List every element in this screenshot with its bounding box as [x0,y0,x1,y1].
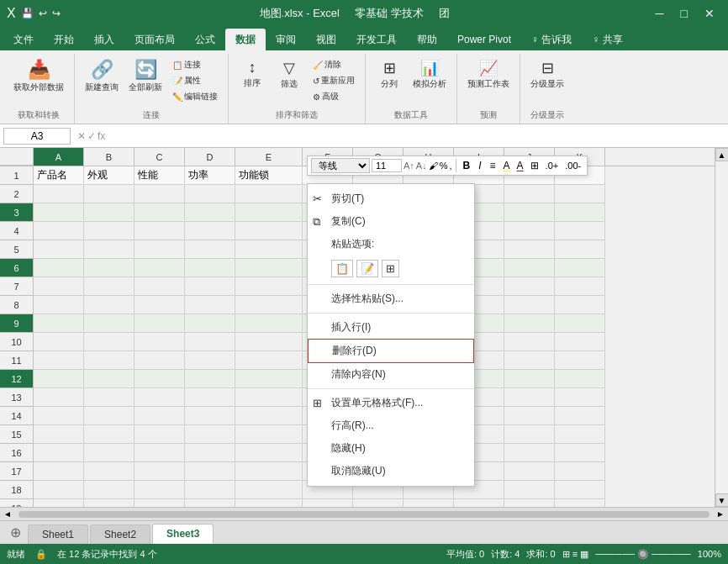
font-selector[interactable]: 等线 [311,158,370,173]
col-header-b[interactable]: B [84,148,135,166]
cell-r19-c5[interactable] [303,499,353,507]
cell-r2-c0[interactable] [34,185,84,203]
col-header-e[interactable]: E [235,148,303,166]
cell-r14-c9[interactable] [504,407,555,425]
right-scrollbar[interactable]: ▲ ▼ [715,148,728,507]
cell-r5-c4[interactable] [235,240,303,259]
font-size-input[interactable] [372,159,402,172]
cell-r10-c1[interactable] [84,333,135,351]
font-grow-icon[interactable]: A↑ [404,161,414,171]
cell-r17-c2[interactable] [135,462,185,481]
paste-icon-2[interactable]: 📝 [356,260,378,277]
cell-r3-c2[interactable] [135,203,185,222]
tab-developer[interactable]: 开发工具 [346,29,407,50]
scroll-down-arrow[interactable]: ▼ [715,493,729,507]
cell-r18-c9[interactable] [504,481,555,499]
cell-r9-c2[interactable] [135,314,185,333]
cell-r2-c9[interactable] [504,185,555,203]
cell-r12-c4[interactable] [235,370,303,388]
tab-review[interactable]: 审阅 [266,29,306,50]
cell-r6-c10[interactable] [555,259,605,277]
cell-r16-c4[interactable] [235,444,303,462]
row-header-13[interactable]: 13 [0,388,33,407]
cell-r4-c0[interactable] [34,222,84,240]
cell-r12-c1[interactable] [84,370,135,388]
cell-r19-c9[interactable] [504,499,555,507]
cell-r6-c4[interactable] [235,259,303,277]
cell-r16-c10[interactable] [555,444,605,462]
cell-r14-c3[interactable] [185,407,235,425]
cell-r7-c2[interactable] [135,277,185,296]
row-header-10[interactable]: 10 [0,333,33,351]
cell-r6-c2[interactable] [135,259,185,277]
scroll-left-arrow[interactable]: ◄ [0,509,15,519]
cell-r15-c3[interactable] [185,425,235,444]
cell-r16-c1[interactable] [84,444,135,462]
sheet-tab-sheet2[interactable]: Sheet2 [90,524,150,544]
cell-r8-c3[interactable] [185,296,235,314]
cell-r10-c3[interactable] [185,333,235,351]
cell-r12-c10[interactable] [555,370,605,388]
align-button[interactable]: ≡ [487,159,499,172]
cell-r13-c10[interactable] [555,388,605,407]
cell-r5-c0[interactable] [34,240,84,259]
cell-r15-c0[interactable] [34,425,84,444]
cell-r18-c10[interactable] [555,481,605,499]
cell-r11-c3[interactable] [185,351,235,370]
cell-r9-c4[interactable] [235,314,303,333]
cell-r15-c9[interactable] [504,425,555,444]
sheet-tab-sheet3[interactable]: Sheet3 [152,524,214,544]
close-button[interactable]: ✕ [698,5,721,22]
cell-r14-c10[interactable] [555,407,605,425]
row-header-3[interactable]: 3 [0,203,33,222]
row-header-2[interactable]: 2 [0,185,33,203]
comma-icon[interactable]: , [449,161,451,171]
formula-input[interactable] [112,129,725,144]
row-header-7[interactable]: 7 [0,277,33,296]
menu-item-paste-special[interactable]: 选择性粘贴(S)... [308,287,474,310]
row-header-6[interactable]: 6 [0,259,33,277]
cell-r12-c0[interactable] [34,370,84,388]
tab-tell-me[interactable]: ♀ 告诉我 [521,29,582,50]
cell-r10-c4[interactable] [235,333,303,351]
cell-r3-c4[interactable] [235,203,303,222]
cancel-formula-icon[interactable]: ✕ [77,130,86,142]
increase-decimal-button[interactable]: .0+ [543,160,562,171]
cell-r4-c3[interactable] [185,222,235,240]
percent-icon[interactable]: % [440,161,448,171]
decrease-decimal-button[interactable]: .00- [562,160,583,171]
cell-r13-c2[interactable] [135,388,185,407]
edit-links-button[interactable]: ✏️ 编辑链接 [169,89,221,104]
cell-r5-c1[interactable] [84,240,135,259]
cell-r1-c1[interactable]: 外观 [84,166,135,185]
properties-button[interactable]: 📝 属性 [169,73,221,88]
border-button[interactable]: ⊞ [528,159,541,172]
h-scroll-thumb[interactable] [18,511,710,518]
cell-r14-c4[interactable] [235,407,303,425]
cell-r10-c0[interactable] [34,333,84,351]
row-header-5[interactable]: 5 [0,240,33,259]
cell-r1-c0[interactable]: 产品名 [34,166,84,185]
cell-r7-c4[interactable] [235,277,303,296]
cell-r11-c9[interactable] [504,351,555,370]
cell-r3-c0[interactable] [34,203,84,222]
menu-item-row-height[interactable]: 行高(R)... [308,414,474,437]
cell-r2-c3[interactable] [185,185,235,203]
cell-reference-input[interactable] [3,128,71,145]
cell-r10-c2[interactable] [135,333,185,351]
row-header-8[interactable]: 8 [0,296,33,314]
cell-r18-c0[interactable] [34,481,84,499]
menu-item-insert-row[interactable]: 插入行(I) [308,316,474,339]
cell-r6-c1[interactable] [84,259,135,277]
cell-r16-c0[interactable] [34,444,84,462]
cell-r19-c7[interactable] [404,499,454,507]
cell-r4-c9[interactable] [504,222,555,240]
cell-r12-c2[interactable] [135,370,185,388]
tab-help[interactable]: 帮助 [407,29,447,50]
tab-insert[interactable]: 插入 [84,29,124,50]
reapply-button[interactable]: ↺ 重新应用 [309,73,358,88]
cell-r13-c3[interactable] [185,388,235,407]
cell-r4-c1[interactable] [84,222,135,240]
cell-r16-c2[interactable] [135,444,185,462]
cell-r13-c9[interactable] [504,388,555,407]
